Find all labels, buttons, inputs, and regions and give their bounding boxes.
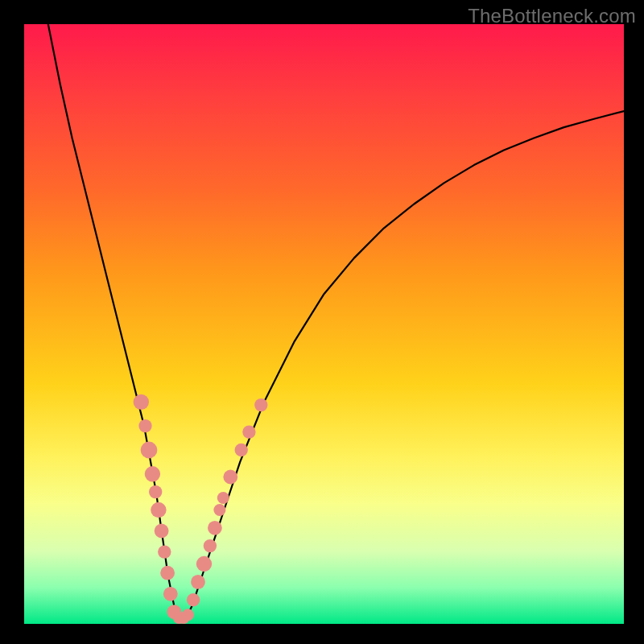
scatter-dot: [141, 442, 158, 459]
scatter-dot: [158, 545, 171, 558]
scatter-dot: [191, 575, 205, 589]
scatter-dot: [145, 466, 160, 481]
scatter-dot: [187, 593, 200, 606]
scatter-dot: [155, 524, 169, 539]
scatter-dots: [134, 394, 268, 624]
scatter-dot: [138, 419, 151, 432]
scatter-dot: [196, 556, 212, 572]
scatter-dot: [235, 444, 248, 456]
bottleneck-curve: [48, 24, 624, 618]
scatter-dot: [149, 485, 162, 498]
scatter-dot: [182, 609, 194, 621]
scatter-dot: [134, 394, 149, 410]
scatter-dot: [204, 539, 217, 552]
scatter-dot: [208, 521, 222, 535]
scatter-dot: [254, 398, 267, 411]
chart-svg: [24, 24, 624, 624]
scatter-dot: [242, 425, 255, 438]
scatter-dot: [213, 504, 225, 516]
plot-area: [24, 24, 624, 624]
chart-frame: TheBottleneck.com: [0, 0, 644, 644]
scatter-dot: [223, 470, 237, 485]
scatter-dot: [217, 492, 229, 504]
scatter-dot: [151, 502, 166, 518]
scatter-dot: [163, 587, 178, 601]
scatter-dot: [160, 566, 175, 580]
